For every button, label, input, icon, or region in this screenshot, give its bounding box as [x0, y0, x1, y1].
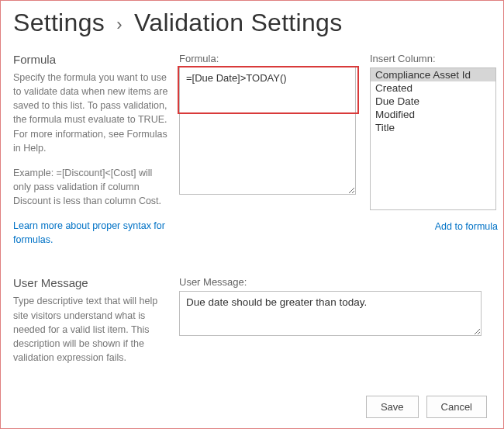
column-listbox-item[interactable]: Modified — [371, 108, 495, 121]
breadcrumb-parent[interactable]: Settings — [13, 9, 105, 36]
column-listbox-item[interactable]: Title — [371, 121, 495, 134]
chevron-right-icon: › — [116, 15, 123, 34]
insert-column-label: Insert Column: — [370, 53, 498, 64]
formula-section-title: Formula — [13, 53, 168, 66]
column-listbox-item[interactable]: Compliance Asset Id — [371, 68, 495, 81]
user-message-field-label: User Message: — [179, 276, 482, 288]
formula-section-desc: Specify the formula you want to use to v… — [13, 71, 168, 155]
formula-field-label: Formula: — [179, 53, 359, 64]
user-message-input[interactable] — [179, 291, 482, 336]
formula-help-link[interactable]: Learn more about proper syntax for formu… — [13, 219, 168, 247]
column-listbox[interactable]: Compliance Asset IdCreatedDue DateModifi… — [370, 67, 496, 210]
column-listbox-item[interactable]: Created — [371, 81, 495, 95]
add-to-formula-link[interactable]: Add to formula — [435, 220, 498, 234]
breadcrumb: Settings › Validation Settings — [13, 9, 491, 37]
formula-input[interactable] — [179, 67, 356, 195]
cancel-button[interactable]: Cancel — [426, 396, 487, 418]
user-message-section-title: User Message — [13, 276, 168, 289]
breadcrumb-current: Validation Settings — [134, 9, 342, 36]
formula-example: Example: =[Discount]<[Cost] will only pa… — [13, 166, 168, 208]
save-button[interactable]: Save — [366, 396, 419, 418]
user-message-section-desc: Type descriptive text that will help sit… — [13, 294, 168, 365]
column-listbox-item[interactable]: Due Date — [371, 95, 495, 108]
